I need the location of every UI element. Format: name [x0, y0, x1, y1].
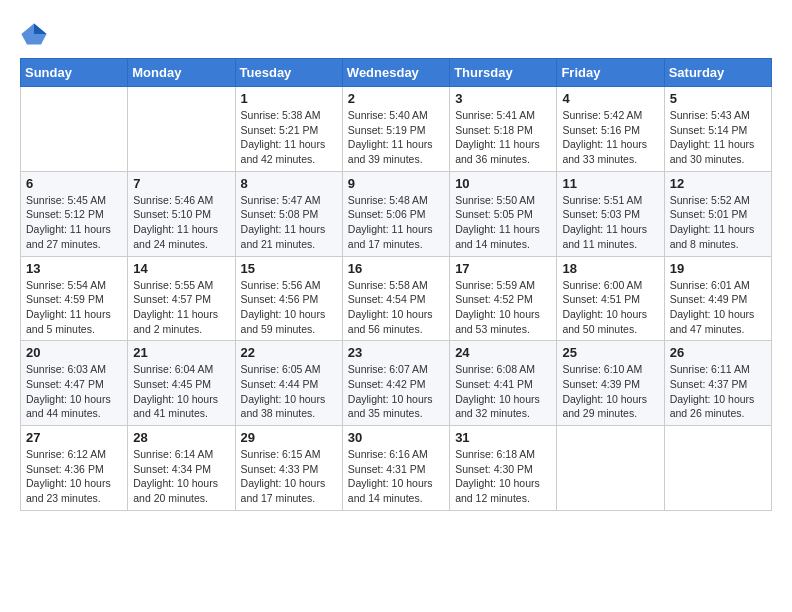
day-number: 7 [133, 176, 229, 191]
day-info: Sunrise: 5:59 AM Sunset: 4:52 PM Dayligh… [455, 278, 551, 337]
weekday-header-sunday: Sunday [21, 59, 128, 87]
calendar-cell: 20Sunrise: 6:03 AM Sunset: 4:47 PM Dayli… [21, 341, 128, 426]
calendar-week-row: 27Sunrise: 6:12 AM Sunset: 4:36 PM Dayli… [21, 426, 772, 511]
calendar-week-row: 20Sunrise: 6:03 AM Sunset: 4:47 PM Dayli… [21, 341, 772, 426]
calendar-body: 1Sunrise: 5:38 AM Sunset: 5:21 PM Daylig… [21, 87, 772, 511]
day-info: Sunrise: 6:15 AM Sunset: 4:33 PM Dayligh… [241, 447, 337, 506]
day-number: 28 [133, 430, 229, 445]
day-number: 11 [562, 176, 658, 191]
day-info: Sunrise: 5:54 AM Sunset: 4:59 PM Dayligh… [26, 278, 122, 337]
day-info: Sunrise: 6:01 AM Sunset: 4:49 PM Dayligh… [670, 278, 766, 337]
calendar-cell: 18Sunrise: 6:00 AM Sunset: 4:51 PM Dayli… [557, 256, 664, 341]
calendar-table: SundayMondayTuesdayWednesdayThursdayFrid… [20, 58, 772, 511]
calendar-cell: 5Sunrise: 5:43 AM Sunset: 5:14 PM Daylig… [664, 87, 771, 172]
weekday-header-monday: Monday [128, 59, 235, 87]
calendar-cell: 19Sunrise: 6:01 AM Sunset: 4:49 PM Dayli… [664, 256, 771, 341]
calendar-cell: 30Sunrise: 6:16 AM Sunset: 4:31 PM Dayli… [342, 426, 449, 511]
calendar-cell: 28Sunrise: 6:14 AM Sunset: 4:34 PM Dayli… [128, 426, 235, 511]
day-info: Sunrise: 5:56 AM Sunset: 4:56 PM Dayligh… [241, 278, 337, 337]
day-info: Sunrise: 6:14 AM Sunset: 4:34 PM Dayligh… [133, 447, 229, 506]
calendar-cell: 7Sunrise: 5:46 AM Sunset: 5:10 PM Daylig… [128, 171, 235, 256]
day-number: 4 [562, 91, 658, 106]
day-number: 30 [348, 430, 444, 445]
day-number: 3 [455, 91, 551, 106]
day-info: Sunrise: 6:11 AM Sunset: 4:37 PM Dayligh… [670, 362, 766, 421]
day-number: 20 [26, 345, 122, 360]
calendar-cell: 3Sunrise: 5:41 AM Sunset: 5:18 PM Daylig… [450, 87, 557, 172]
day-number: 31 [455, 430, 551, 445]
calendar-cell [664, 426, 771, 511]
day-number: 5 [670, 91, 766, 106]
calendar-week-row: 1Sunrise: 5:38 AM Sunset: 5:21 PM Daylig… [21, 87, 772, 172]
day-number: 17 [455, 261, 551, 276]
calendar-cell: 22Sunrise: 6:05 AM Sunset: 4:44 PM Dayli… [235, 341, 342, 426]
day-info: Sunrise: 6:04 AM Sunset: 4:45 PM Dayligh… [133, 362, 229, 421]
day-number: 9 [348, 176, 444, 191]
calendar-cell: 12Sunrise: 5:52 AM Sunset: 5:01 PM Dayli… [664, 171, 771, 256]
calendar-header: SundayMondayTuesdayWednesdayThursdayFrid… [21, 59, 772, 87]
day-number: 23 [348, 345, 444, 360]
day-info: Sunrise: 6:08 AM Sunset: 4:41 PM Dayligh… [455, 362, 551, 421]
weekday-header-saturday: Saturday [664, 59, 771, 87]
day-number: 8 [241, 176, 337, 191]
day-number: 29 [241, 430, 337, 445]
day-number: 1 [241, 91, 337, 106]
day-info: Sunrise: 5:47 AM Sunset: 5:08 PM Dayligh… [241, 193, 337, 252]
page-header [20, 20, 772, 48]
calendar-cell: 11Sunrise: 5:51 AM Sunset: 5:03 PM Dayli… [557, 171, 664, 256]
svg-marker-1 [34, 24, 47, 35]
calendar-cell: 15Sunrise: 5:56 AM Sunset: 4:56 PM Dayli… [235, 256, 342, 341]
day-number: 18 [562, 261, 658, 276]
weekday-header-wednesday: Wednesday [342, 59, 449, 87]
day-info: Sunrise: 5:51 AM Sunset: 5:03 PM Dayligh… [562, 193, 658, 252]
calendar-cell: 2Sunrise: 5:40 AM Sunset: 5:19 PM Daylig… [342, 87, 449, 172]
calendar-week-row: 13Sunrise: 5:54 AM Sunset: 4:59 PM Dayli… [21, 256, 772, 341]
weekday-header-thursday: Thursday [450, 59, 557, 87]
day-info: Sunrise: 6:10 AM Sunset: 4:39 PM Dayligh… [562, 362, 658, 421]
day-info: Sunrise: 6:03 AM Sunset: 4:47 PM Dayligh… [26, 362, 122, 421]
calendar-cell: 29Sunrise: 6:15 AM Sunset: 4:33 PM Dayli… [235, 426, 342, 511]
calendar-cell: 1Sunrise: 5:38 AM Sunset: 5:21 PM Daylig… [235, 87, 342, 172]
day-info: Sunrise: 5:58 AM Sunset: 4:54 PM Dayligh… [348, 278, 444, 337]
day-info: Sunrise: 5:55 AM Sunset: 4:57 PM Dayligh… [133, 278, 229, 337]
weekday-header-friday: Friday [557, 59, 664, 87]
calendar-cell: 10Sunrise: 5:50 AM Sunset: 5:05 PM Dayli… [450, 171, 557, 256]
calendar-cell: 9Sunrise: 5:48 AM Sunset: 5:06 PM Daylig… [342, 171, 449, 256]
day-info: Sunrise: 6:12 AM Sunset: 4:36 PM Dayligh… [26, 447, 122, 506]
calendar-week-row: 6Sunrise: 5:45 AM Sunset: 5:12 PM Daylig… [21, 171, 772, 256]
day-number: 14 [133, 261, 229, 276]
weekday-header-row: SundayMondayTuesdayWednesdayThursdayFrid… [21, 59, 772, 87]
logo-icon [20, 20, 48, 48]
calendar-cell: 24Sunrise: 6:08 AM Sunset: 4:41 PM Dayli… [450, 341, 557, 426]
day-number: 27 [26, 430, 122, 445]
day-info: Sunrise: 5:52 AM Sunset: 5:01 PM Dayligh… [670, 193, 766, 252]
day-number: 15 [241, 261, 337, 276]
calendar-cell [557, 426, 664, 511]
calendar-cell: 25Sunrise: 6:10 AM Sunset: 4:39 PM Dayli… [557, 341, 664, 426]
day-number: 10 [455, 176, 551, 191]
day-info: Sunrise: 5:50 AM Sunset: 5:05 PM Dayligh… [455, 193, 551, 252]
calendar-cell [21, 87, 128, 172]
day-info: Sunrise: 6:18 AM Sunset: 4:30 PM Dayligh… [455, 447, 551, 506]
day-info: Sunrise: 5:43 AM Sunset: 5:14 PM Dayligh… [670, 108, 766, 167]
day-info: Sunrise: 5:40 AM Sunset: 5:19 PM Dayligh… [348, 108, 444, 167]
calendar-cell: 13Sunrise: 5:54 AM Sunset: 4:59 PM Dayli… [21, 256, 128, 341]
day-number: 12 [670, 176, 766, 191]
day-info: Sunrise: 6:00 AM Sunset: 4:51 PM Dayligh… [562, 278, 658, 337]
calendar-cell: 23Sunrise: 6:07 AM Sunset: 4:42 PM Dayli… [342, 341, 449, 426]
calendar-cell: 4Sunrise: 5:42 AM Sunset: 5:16 PM Daylig… [557, 87, 664, 172]
weekday-header-tuesday: Tuesday [235, 59, 342, 87]
day-info: Sunrise: 5:46 AM Sunset: 5:10 PM Dayligh… [133, 193, 229, 252]
calendar-cell: 27Sunrise: 6:12 AM Sunset: 4:36 PM Dayli… [21, 426, 128, 511]
logo [20, 20, 52, 48]
calendar-cell: 26Sunrise: 6:11 AM Sunset: 4:37 PM Dayli… [664, 341, 771, 426]
calendar-cell: 17Sunrise: 5:59 AM Sunset: 4:52 PM Dayli… [450, 256, 557, 341]
day-number: 24 [455, 345, 551, 360]
day-info: Sunrise: 5:45 AM Sunset: 5:12 PM Dayligh… [26, 193, 122, 252]
calendar-cell: 21Sunrise: 6:04 AM Sunset: 4:45 PM Dayli… [128, 341, 235, 426]
day-number: 19 [670, 261, 766, 276]
day-number: 21 [133, 345, 229, 360]
calendar-cell: 8Sunrise: 5:47 AM Sunset: 5:08 PM Daylig… [235, 171, 342, 256]
day-info: Sunrise: 5:38 AM Sunset: 5:21 PM Dayligh… [241, 108, 337, 167]
calendar-cell: 14Sunrise: 5:55 AM Sunset: 4:57 PM Dayli… [128, 256, 235, 341]
